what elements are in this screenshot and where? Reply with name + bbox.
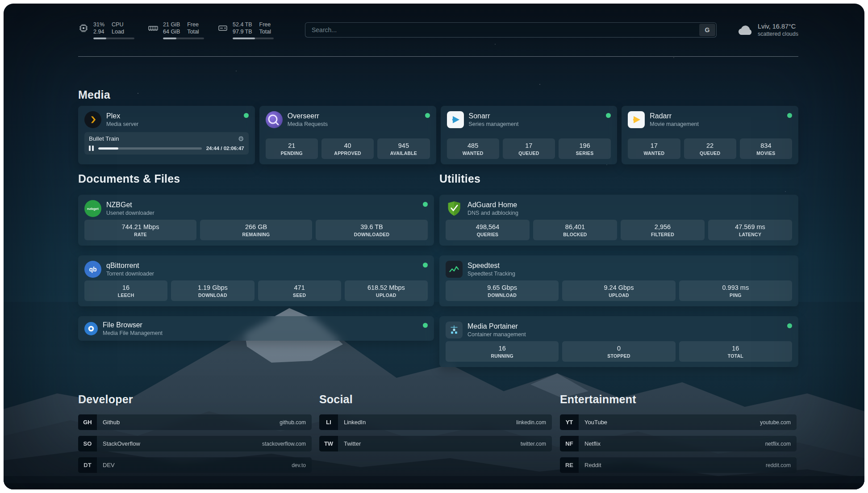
qbittorrent-status-dot	[423, 263, 428, 267]
radarr-card[interactable]: Radarr Movie management 17 WANTED 22 QUE…	[622, 106, 798, 164]
adguard-card[interactable]: AdGuard Home DNS and adblocking 498,564 …	[439, 195, 798, 246]
ram-free-label: Free	[187, 21, 199, 28]
plex-icon	[84, 111, 101, 128]
plex-name: Plex	[106, 112, 138, 120]
cpu-monitor: 31% 2.94 CPU Load	[78, 21, 134, 39]
filebrowser-card[interactable]: File Browser Media File Management	[78, 316, 434, 341]
bookmark-dev[interactable]: DT DEV dev.to	[78, 457, 312, 473]
disk-progress-fill	[233, 38, 255, 39]
dev-icon: DT	[78, 457, 97, 473]
qbittorrent-stat-seed: 471 SEED	[258, 280, 341, 301]
section-title-media: Media	[78, 88, 110, 101]
cpu-progress-fill	[93, 38, 106, 39]
plex-card[interactable]: Plex Media server Bullet Train ⚙ 24:44 /…	[78, 106, 255, 164]
plex-media-title: Bullet Train	[89, 135, 119, 142]
radarr-stat-queued: 22 QUEUED	[684, 138, 736, 159]
bookmark-stackoverflow[interactable]: SO StackOverflow stackoverflow.com	[78, 436, 312, 451]
portainer-icon	[446, 322, 463, 338]
plex-desc: Media server	[106, 121, 138, 127]
bookmark-github[interactable]: GH Github github.com	[78, 414, 312, 430]
ram-total-label: Total	[187, 28, 199, 35]
adguard-name: AdGuard Home	[467, 201, 518, 209]
adguard-stat-blocked: 86,401 BLOCKED	[533, 220, 617, 240]
nzbget-name: NZBGet	[106, 201, 154, 209]
overseerr-desc: Media Requests	[288, 121, 328, 127]
portainer-desc: Container management	[467, 331, 526, 338]
adguard-desc: DNS and adblocking	[467, 210, 518, 216]
ram-progress-track	[163, 38, 204, 39]
cpu-progress-track	[93, 38, 134, 39]
search-engine-button[interactable]: G	[699, 24, 715, 36]
speedtest-desc: Speedtest Tracking	[467, 271, 515, 277]
adguard-stat-latency: 47.569 ms LATENCY	[708, 220, 792, 240]
sonarr-stat-wanted: 485 WANTED	[447, 138, 499, 159]
overseerr-name: Overseerr	[288, 112, 328, 120]
qbittorrent-stat-download: 1.19 Gbps DOWNLOAD	[171, 280, 254, 301]
top-bar: 31% 2.94 CPU Load	[78, 17, 798, 43]
pause-button[interactable]	[89, 146, 94, 151]
sonarr-card[interactable]: Sonarr Series management 485 WANTED 17 Q…	[441, 106, 618, 164]
qbittorrent-stat-upload: 618.52 Mbps UPLOAD	[345, 280, 428, 301]
disk-total-value: 97.9 TB	[233, 28, 252, 35]
radarr-desc: Movie management	[650, 121, 699, 127]
search-input[interactable]	[305, 22, 717, 38]
qbittorrent-icon: qb	[84, 261, 101, 278]
bookmark-twitter[interactable]: TW Twitter twitter.com	[319, 436, 552, 451]
disk-progress-track	[233, 38, 274, 39]
ram-monitor: 21 GiB 64 GiB Free Total	[148, 21, 204, 39]
speedtest-stat-upload: 9.24 Gbps UPLOAD	[562, 280, 675, 301]
cpu-percent: 31%	[93, 21, 104, 28]
speedtest-card[interactable]: Speedtest Speedtest Tracking 9.65 Gbps D…	[439, 255, 798, 306]
qbittorrent-name: qBittorrent	[106, 262, 154, 270]
playback-time: 24:44 / 02:06:47	[206, 146, 244, 151]
weather-condition: scattered clouds	[758, 31, 798, 37]
radarr-status-dot	[787, 113, 792, 118]
filebrowser-status-dot	[423, 323, 428, 328]
disk-total-label: Total	[259, 28, 271, 35]
sonarr-stat-queued: 17 QUEUED	[503, 138, 555, 159]
search-bar: G	[305, 22, 717, 38]
sonarr-name: Sonarr	[469, 112, 519, 120]
section-title-social: Social	[319, 393, 353, 406]
qbittorrent-card[interactable]: qb qBittorrent Torrent downloader 16 LEE…	[78, 255, 434, 306]
ram-total-value: 64 GiB	[163, 28, 180, 35]
playback-progress-track[interactable]	[98, 147, 202, 150]
speedtest-stat-ping: 0.993 ms PING	[679, 280, 792, 301]
dashboard-window: 31% 2.94 CPU Load	[4, 4, 864, 489]
qbittorrent-stat-leech: 16 LEECH	[84, 280, 167, 301]
cpu-icon	[78, 23, 89, 33]
adguard-stat-filtered: 2,956 FILTERED	[621, 220, 705, 240]
portainer-card[interactable]: Media Portainer Container management 16 …	[439, 316, 798, 367]
section-title-entertainment: Entertainment	[560, 393, 636, 406]
nzbget-card[interactable]: nzbget NZBGet Usenet downloader 744.21 M…	[78, 195, 434, 246]
ram-free-value: 21 GiB	[163, 21, 180, 28]
weather-location: Lviv, 16.87°C	[758, 23, 798, 30]
linkedin-icon: LI	[319, 414, 338, 430]
section-title-utilities: Utilities	[439, 172, 480, 185]
radarr-stat-wanted: 17 WANTED	[628, 138, 680, 159]
overseerr-card[interactable]: Overseerr Media Requests 21 PENDING 40 A…	[259, 106, 436, 164]
netflix-icon: NF	[560, 436, 579, 451]
header-divider	[78, 56, 798, 57]
bookmark-reddit[interactable]: RE Reddit reddit.com	[560, 457, 797, 473]
gear-icon[interactable]: ⚙	[238, 136, 244, 142]
twitter-icon: TW	[319, 436, 338, 451]
cpu-label: CPU	[112, 21, 124, 28]
portainer-status-dot	[787, 323, 792, 328]
sonarr-icon	[447, 111, 464, 128]
disk-free-label: Free	[259, 21, 271, 28]
bookmark-youtube[interactable]: YT YouTube youtube.com	[560, 414, 797, 430]
bookmark-linkedin[interactable]: LI LinkedIn linkedin.com	[319, 414, 552, 430]
nzbget-desc: Usenet downloader	[106, 210, 154, 216]
overseerr-icon	[266, 111, 283, 128]
playback-progress-fill	[98, 147, 118, 150]
media-cards-row: Plex Media server Bullet Train ⚙ 24:44 /…	[78, 106, 798, 164]
bookmark-netflix[interactable]: NF Netflix netflix.com	[560, 436, 797, 451]
radarr-name: Radarr	[650, 112, 699, 120]
portainer-stat-stopped: 0 STOPPED	[562, 341, 675, 362]
radarr-icon	[628, 111, 645, 128]
disk-free-value: 52.4 TB	[233, 21, 252, 28]
speedtest-stat-download: 9.65 Gbps DOWNLOAD	[446, 280, 559, 301]
cpu-load-label: Load	[112, 28, 124, 35]
ram-progress-fill	[163, 38, 176, 39]
